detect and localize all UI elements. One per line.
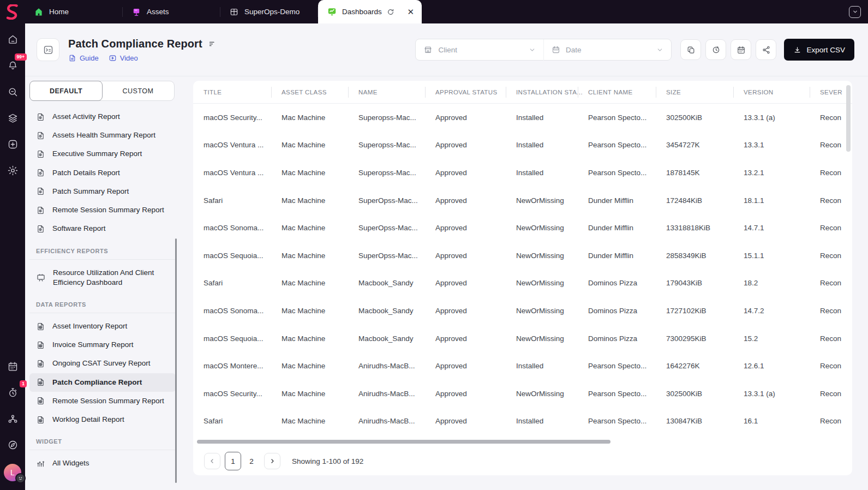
browser-tab-dashboards[interactable]: Dashboards ✕ xyxy=(318,0,422,23)
table-row[interactable]: SafariMac MachineSuperOpss-Mac...Approve… xyxy=(193,187,852,214)
pagination-summary: Showing 1-100 of 192 xyxy=(292,457,363,465)
close-tab-icon[interactable]: ✕ xyxy=(407,8,414,16)
table-cell: 1642276K xyxy=(656,362,733,370)
superops-logo[interactable] xyxy=(0,0,25,23)
table-cell: Dunder Mifflin xyxy=(578,196,656,205)
table-row[interactable]: SafariMac MachineMacbook_SandyApprovedNe… xyxy=(193,270,852,297)
report-item-resource-utilization-and-client-efficiency-dashboard[interactable]: Resource Utilization And Client Efficien… xyxy=(29,264,176,292)
report-item-all-widgets[interactable]: All Widgets xyxy=(29,454,176,473)
search-icon[interactable] xyxy=(3,82,22,101)
report-item-patch-compliance-report[interactable]: Patch Compliance Report xyxy=(29,373,176,392)
avatar[interactable]: L xyxy=(4,464,21,481)
report-item-invoice-summary-report[interactable]: Invoice Summary Report xyxy=(29,336,176,354)
duplicate-button[interactable] xyxy=(680,39,701,60)
table-row[interactable]: macOS Security...Mac MachineAnirudhs-Mac… xyxy=(193,380,852,408)
video-link[interactable]: Video xyxy=(109,54,138,62)
table-row[interactable]: macOS Security...Mac MachineSuperopss-Ma… xyxy=(193,104,852,132)
column-header-asset-class[interactable]: ASSET CLASS xyxy=(271,89,348,95)
table-row[interactable]: macOS Sequoia...Mac MachineSuperOpss-Mac… xyxy=(193,242,852,270)
history-button[interactable] xyxy=(705,39,726,60)
panel-scrollbar[interactable] xyxy=(175,238,177,483)
prev-page-button[interactable] xyxy=(204,453,220,469)
calendar-icon[interactable] xyxy=(3,357,22,375)
sort-lines-icon[interactable] xyxy=(208,40,217,48)
report-item-asset-inventory-report[interactable]: Asset Inventory Report xyxy=(29,317,176,336)
settings-icon[interactable] xyxy=(3,161,22,180)
notifications-icon[interactable]: 99+ xyxy=(3,56,22,75)
schedule-button[interactable] xyxy=(731,39,751,60)
report-item-patch-summary-report[interactable]: Patch Summary Report xyxy=(29,182,176,201)
client-filter[interactable]: Client xyxy=(416,39,543,60)
date-filter[interactable]: Date xyxy=(544,39,672,60)
table-row[interactable]: macOS Montere...Mac MachineAnirudhs-MacB… xyxy=(193,352,852,380)
section-title-widget: WIDGET xyxy=(29,429,176,450)
export-csv-label: Export CSV xyxy=(806,46,845,54)
browser-tab-superops-demo[interactable]: SuperOps-Demo xyxy=(220,0,318,23)
report-item-executive-summary-report[interactable]: Executive Summary Report xyxy=(29,145,176,163)
column-header-approval-status[interactable]: APPROVAL STATUS xyxy=(425,89,506,95)
table-cell: Superopss-Mac... xyxy=(348,113,425,122)
table-row[interactable]: macOS Sonoma...Mac MachineMacbook_SandyA… xyxy=(193,297,852,325)
assistant-badge-icon[interactable] xyxy=(15,473,26,483)
column-header-name[interactable]: NAME xyxy=(348,89,425,95)
table-cell: Mac Machine xyxy=(271,224,348,232)
table-cell: macOS Sequoia... xyxy=(193,334,271,343)
table-cell: Macbook_Sandy xyxy=(348,279,425,287)
timer-icon[interactable]: 1 xyxy=(3,383,22,402)
table-cell: macOS Security... xyxy=(193,390,271,398)
table-cell: 18.2 xyxy=(733,279,810,287)
table-row[interactable]: macOS Sonoma...Mac MachineSuperOpss-Mac.… xyxy=(193,214,852,242)
column-header-installation-sta[interactable]: INSTALLATION STA... xyxy=(506,89,578,95)
table-cell: 16.1 xyxy=(733,417,810,425)
report-item-ongoing-csat-survey-report[interactable]: Ongoing CSAT Survey Report xyxy=(29,354,176,373)
left-rail: 99+ 1 xyxy=(0,23,25,490)
report-item-assets-health-summary-report[interactable]: Assets Health Summary Report xyxy=(29,126,176,145)
browser-tab-assets[interactable]: Assets xyxy=(123,0,220,23)
share-button[interactable] xyxy=(756,39,776,60)
sidebar-tab-custom[interactable]: CUSTOM xyxy=(102,81,174,100)
workflow-icon[interactable] xyxy=(3,409,22,428)
refresh-icon[interactable] xyxy=(387,8,394,16)
column-header-size[interactable]: SIZE xyxy=(656,89,733,95)
page-button-1[interactable]: 1 xyxy=(225,452,241,470)
next-page-button[interactable] xyxy=(264,453,280,469)
table-row[interactable]: SafariMac MachineAnirudhs-MacB...Approve… xyxy=(193,408,852,435)
layers-icon[interactable] xyxy=(3,109,22,127)
table-cell: Approved xyxy=(425,279,506,287)
report-item-remote-session-summary-report[interactable]: Remote Session Summary Report xyxy=(29,201,176,219)
table-cell: Dunder Mifflin xyxy=(578,224,656,232)
table-cell: Mac Machine xyxy=(271,196,348,205)
report-item-remote-session-summary-report[interactable]: Remote Session Summary Report xyxy=(29,392,176,410)
report-item-patch-details-report[interactable]: Patch Details Report xyxy=(29,164,176,182)
report-item-worklog-detail-report[interactable]: Worklog Detail Report xyxy=(29,410,176,429)
add-icon[interactable] xyxy=(3,135,22,153)
report-icon xyxy=(36,396,45,405)
browser-tab-home[interactable]: Home xyxy=(25,0,122,23)
table-cell: Mac Machine xyxy=(271,417,348,425)
column-header-client-name[interactable]: CLIENT NAME xyxy=(578,89,656,95)
report-item-software-report[interactable]: Software Report xyxy=(29,219,176,238)
table-cell: Mac Machine xyxy=(271,307,348,315)
guide-link[interactable]: Guide xyxy=(68,54,99,62)
chevron-down-icon xyxy=(656,46,663,53)
compass-icon[interactable] xyxy=(3,435,22,454)
horizontal-scrollbar[interactable] xyxy=(197,440,610,444)
vertical-scrollbar[interactable] xyxy=(846,85,851,152)
column-header-title[interactable]: TITLE xyxy=(193,89,271,95)
page-button-2[interactable]: 2 xyxy=(243,452,260,470)
report-icon xyxy=(36,415,45,425)
active-tab-label: Dashboards xyxy=(342,8,382,16)
table-row[interactable]: macOS Ventura ...Mac MachineSuperopss-Ma… xyxy=(193,159,852,187)
window-chevron-icon[interactable] xyxy=(849,6,861,18)
table-cell: Superopss-Mac... xyxy=(348,141,425,149)
report-item-label: All Widgets xyxy=(52,458,89,468)
table-cell: Mac Machine xyxy=(271,279,348,287)
table-cell: 302500KiB xyxy=(656,390,733,398)
report-item-asset-activity-report[interactable]: Asset Activity Report xyxy=(29,107,176,126)
table-row[interactable]: macOS Sequoia...Mac MachineMacbook_Sandy… xyxy=(193,325,852,352)
export-csv-button[interactable]: Export CSV xyxy=(784,39,854,61)
sidebar-tab-default[interactable]: DEFAULT xyxy=(29,81,103,101)
column-header-version[interactable]: VERSION xyxy=(733,89,810,95)
table-row[interactable]: macOS Ventura ...Mac MachineSuperopss-Ma… xyxy=(193,132,852,159)
home-icon[interactable] xyxy=(3,30,22,49)
